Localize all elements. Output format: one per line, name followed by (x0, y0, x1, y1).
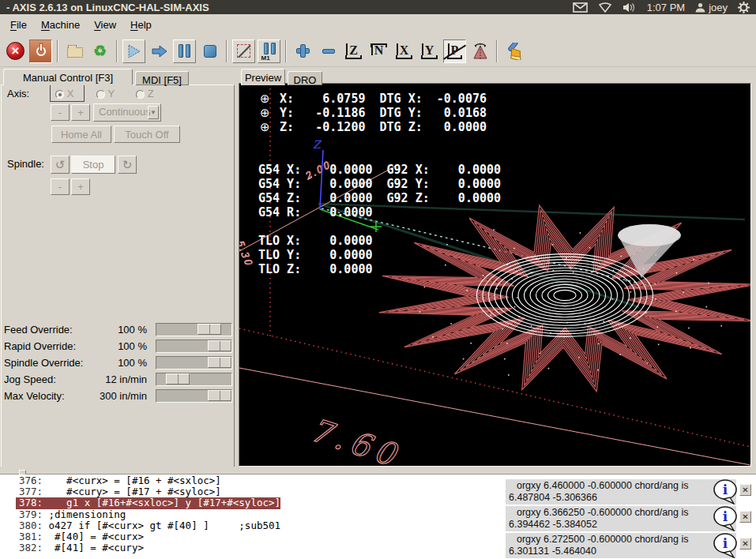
view-z2-button[interactable]: N (367, 39, 390, 63)
notification-text: 6.394462 -5.384052 (509, 519, 733, 531)
view-x-button[interactable]: X (393, 39, 416, 63)
radio-axis-y[interactable]: Y (96, 88, 115, 99)
dropdown-arrow-icon: ▼ (148, 106, 159, 119)
gear-icon[interactable] (738, 2, 750, 13)
view-z-icon: Z (346, 43, 361, 59)
view-perspective-button[interactable]: P (443, 39, 466, 63)
gcode-line-number: 380: (16, 520, 43, 531)
notification-popup: orgxy 6.366250 -0.600000 chord/ang is6.3… (506, 506, 736, 531)
radio-axis-z[interactable]: Z (136, 88, 154, 99)
power-icon (36, 47, 46, 56)
run-program-button[interactable] (122, 39, 145, 63)
gcode-line-number: 376: (16, 475, 43, 486)
slider-handle[interactable] (208, 357, 231, 368)
notification-close-button[interactable]: ✕ (739, 511, 751, 523)
gcode-line-number: 377: (16, 486, 43, 497)
slider-track[interactable] (156, 373, 232, 386)
zoom-in-button[interactable] (291, 39, 314, 63)
user-icon (695, 2, 705, 13)
radio-x-circle (55, 90, 64, 99)
clock[interactable]: 1:07 PM (647, 2, 685, 13)
estop-icon: ✕ (6, 42, 24, 60)
jog-minus-button[interactable]: - (51, 104, 70, 121)
slider-track[interactable] (156, 340, 232, 353)
spindle-cw-icon: ↻ (122, 158, 133, 172)
rotate-view-button[interactable] (468, 39, 491, 63)
notification-close-button[interactable]: ✕ (739, 484, 751, 496)
run-step-button[interactable] (148, 39, 171, 63)
preview-3d-canvas[interactable]: 7.60 2.00 5.30 Z X: 6.0759 DTG (239, 83, 751, 467)
slider-value: 300 in/min (100, 390, 147, 402)
radio-z-circle (136, 90, 145, 99)
stop-icon (204, 45, 216, 58)
slider-track[interactable] (156, 356, 232, 370)
tab-dro[interactable]: DRO (288, 71, 322, 85)
gcode-line-text: #<curx> = [#16 + #<sxloc>] (43, 475, 221, 486)
view-y-icon: Y (422, 43, 438, 59)
volume-icon[interactable] (622, 2, 637, 13)
step-arrow-icon (152, 45, 167, 58)
reload-file-button[interactable]: ♻ (88, 39, 111, 63)
slider-handle[interactable] (208, 340, 231, 351)
info-bubble-icon: i (713, 506, 739, 535)
notification-text: 6.487804 -5.306366 (509, 492, 733, 504)
position-icon: ⊕ (260, 106, 274, 120)
position-icon: ⊕ (260, 92, 274, 106)
menu-item-machine[interactable]: Machine (34, 16, 87, 34)
touch-off-button[interactable]: Touch Off (114, 126, 180, 143)
machine-power-button[interactable] (29, 39, 52, 63)
open-folder-icon (67, 47, 83, 58)
axis-window: - AXIS 2.6.13 on LinuxCNC-HAL-SIM-AXIS 1… (0, 0, 756, 559)
home-all-button[interactable]: Home All (51, 126, 111, 143)
notification-popup: orgxy 6.460000 -0.600000 chord/ang is6.4… (506, 479, 736, 505)
mail-icon[interactable] (573, 2, 588, 13)
menu-item-help[interactable]: Help (123, 16, 159, 34)
view-z-button[interactable]: Z (342, 39, 365, 63)
tab-manual-control[interactable]: Manual Control [F3] (3, 69, 133, 85)
optional-pause-icon: M1 (261, 43, 277, 60)
tab-preview[interactable]: Preview (241, 69, 285, 85)
notification-close-button[interactable]: ✕ (739, 538, 751, 550)
slider-row-rapid-override: Rapid Override:100 % (0, 338, 234, 355)
network-icon[interactable] (598, 2, 612, 13)
spindle-stop-button[interactable]: Stop (71, 156, 115, 174)
slider-handle[interactable] (208, 390, 231, 401)
slider-row-feed-override: Feed Override:100 % (0, 321, 234, 338)
view-y-button[interactable]: Y (418, 39, 441, 63)
toolbar-separator (285, 40, 287, 62)
jog-increment-dropdown[interactable]: Continuous ▼ (93, 103, 161, 122)
user-name: joey (709, 2, 728, 13)
spindle-ccw-button[interactable]: ↺ (51, 156, 70, 174)
menu-item-view[interactable]: View (87, 16, 123, 34)
pause-button[interactable] (173, 39, 196, 63)
clear-plot-button[interactable] (502, 39, 525, 63)
reload-icon: ♻ (93, 43, 107, 58)
slider-handle[interactable] (166, 373, 190, 385)
slider-track[interactable] (156, 389, 232, 403)
slider-handle[interactable] (197, 324, 221, 335)
slider-track[interactable] (156, 323, 232, 336)
zoom-out-button[interactable] (317, 39, 340, 63)
zoom-out-icon (322, 49, 335, 54)
position-icon: ⊕ (260, 120, 274, 134)
slider-label: Feed Override: (4, 324, 73, 336)
optional-pause-button[interactable]: M1 (258, 39, 280, 63)
open-file-button[interactable] (63, 39, 86, 63)
spindle-minus-button[interactable]: - (51, 178, 70, 195)
estop-button[interactable]: ✕ (4, 39, 27, 63)
skip-lines-button[interactable] (232, 39, 255, 63)
radio-axis-x[interactable]: X (55, 88, 73, 99)
menu-item-file[interactable]: File (3, 16, 34, 34)
stop-button[interactable] (198, 39, 221, 63)
spindle-plus-button[interactable]: + (71, 178, 90, 195)
window-title: - AXIS 2.6.13 on LinuxCNC-HAL-SIM-AXIS (6, 2, 209, 13)
user-menu[interactable]: joey (695, 2, 728, 13)
spindle-cw-button[interactable]: ↻ (118, 156, 137, 174)
pane-divider[interactable] (0, 467, 756, 475)
gcode-line-text: #[40] = #<curx> (43, 531, 144, 542)
jog-plus-button[interactable]: + (71, 104, 90, 121)
info-bubble-icon: i (713, 479, 739, 508)
tab-mdi[interactable]: MDI [F5] (135, 71, 189, 85)
slider-row-max-velocity: Max Velocity:300 in/min (0, 388, 234, 404)
svg-text:i: i (723, 508, 728, 524)
